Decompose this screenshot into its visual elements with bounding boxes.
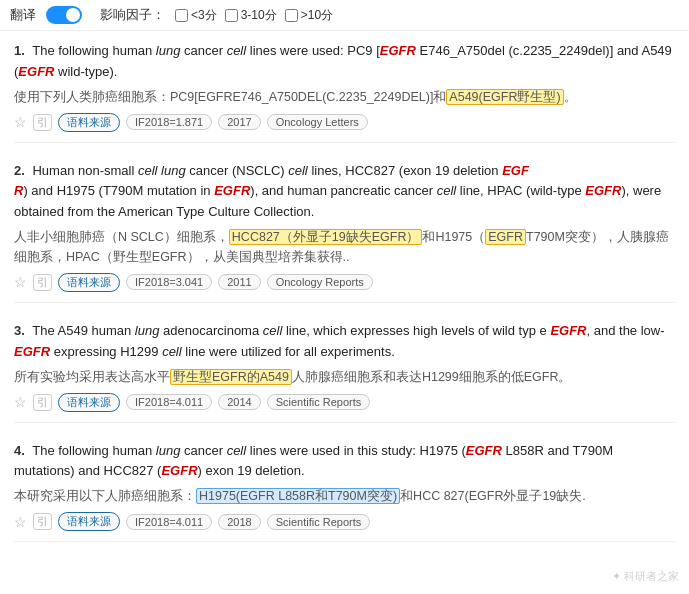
cell-2b: cell bbox=[288, 163, 308, 178]
result-4-meta: ☆ 引 语料来源 IF2018=4.011 2018 Scientific Re… bbox=[14, 512, 675, 531]
result-item-4: 4. The following human lung cancer cell … bbox=[14, 441, 675, 543]
cite-1[interactable]: 引 bbox=[33, 114, 52, 131]
filter-gt10-checkbox[interactable] bbox=[285, 9, 298, 22]
result-4-num: 4. bbox=[14, 443, 25, 458]
translate-label: 翻译 bbox=[10, 6, 36, 24]
egfr-3b: EGFR bbox=[14, 344, 50, 359]
impact-label: 影响因子： bbox=[100, 6, 165, 24]
filter-3to10-checkbox[interactable] bbox=[225, 9, 238, 22]
result-3-zh: 所有实验均采用表达高水平野生型EGFR的A549人肺腺癌细胞系和表达H1299细… bbox=[14, 367, 675, 387]
highlight-2a: HCC827（外显子19缺失EGFR） bbox=[229, 229, 423, 245]
result-1-num: 1. bbox=[14, 43, 25, 58]
egfr-1a: EGFR bbox=[380, 43, 416, 58]
journal-tag-3: Scientific Reports bbox=[267, 394, 371, 410]
toggle-knob bbox=[66, 8, 80, 22]
year-tag-3: 2014 bbox=[218, 394, 260, 410]
lung-1: lung bbox=[156, 43, 181, 58]
filter-lt3-label: <3分 bbox=[191, 7, 217, 24]
source-tag-3[interactable]: 语料来源 bbox=[58, 393, 120, 412]
result-2-en: 2. Human non-small cell lung cancer (NSC… bbox=[14, 161, 675, 223]
lung-3: lung bbox=[135, 323, 160, 338]
egfr-2b: EGFR bbox=[214, 183, 250, 198]
source-tag-2[interactable]: 语料来源 bbox=[58, 273, 120, 292]
result-4-zh: 本研究采用以下人肺癌细胞系：H1975(EGFR L858R和T790M突变)和… bbox=[14, 486, 675, 506]
highlight-3: 野生型EGFR的A549 bbox=[170, 369, 292, 385]
egfr-4b: EGFR bbox=[161, 463, 197, 478]
result-3-num: 3. bbox=[14, 323, 25, 338]
result-item-3: 3. The A549 human lung adenocarcinoma ce… bbox=[14, 321, 675, 423]
cite-4[interactable]: 引 bbox=[33, 513, 52, 530]
cell-3b: cell bbox=[162, 344, 182, 359]
result-1-meta: ☆ 引 语料来源 IF2018=1.871 2017 Oncology Lett… bbox=[14, 113, 675, 132]
egfr-2c: EGFR bbox=[585, 183, 621, 198]
egfr-1b: EGFR bbox=[18, 64, 54, 79]
lung-4: lung bbox=[156, 443, 181, 458]
cite-2[interactable]: 引 bbox=[33, 274, 52, 291]
if-tag-3: IF2018=4.011 bbox=[126, 394, 212, 410]
watermark: ✦ 科研者之家 bbox=[612, 569, 679, 584]
cite-3[interactable]: 引 bbox=[33, 394, 52, 411]
year-tag-1: 2017 bbox=[218, 114, 260, 130]
if-tag-4: IF2018=4.011 bbox=[126, 514, 212, 530]
highlight-2b: EGFR bbox=[485, 229, 526, 245]
journal-tag-1: Oncology Letters bbox=[267, 114, 368, 130]
result-1-zh: 使用下列人类肺癌细胞系：PC9[EGFRE746_A750DEL(C.2235_… bbox=[14, 87, 675, 107]
result-3-en: 3. The A549 human lung adenocarcinoma ce… bbox=[14, 321, 675, 363]
result-item-1: 1. The following human lung cancer cell … bbox=[14, 41, 675, 143]
journal-tag-4: Scientific Reports bbox=[267, 514, 371, 530]
top-bar: 翻译 影响因子： <3分 3-10分 >10分 bbox=[0, 0, 689, 31]
cell-2a: cell bbox=[138, 163, 158, 178]
star-2[interactable]: ☆ bbox=[14, 274, 27, 290]
egfr-4a: EGFR bbox=[466, 443, 502, 458]
lung-2: lung bbox=[161, 163, 186, 178]
result-2-zh: 人非小细胞肺癌（N SCLC）细胞系，HCC827（外显子19缺失EGFR）和H… bbox=[14, 227, 675, 267]
cell-1: cell bbox=[227, 43, 247, 58]
highlight-1: A549(EGFR野生型) bbox=[446, 89, 563, 105]
filter-3to10-label: 3-10分 bbox=[241, 7, 277, 24]
star-3[interactable]: ☆ bbox=[14, 394, 27, 410]
translate-toggle[interactable] bbox=[46, 6, 82, 24]
journal-tag-2: Oncology Reports bbox=[267, 274, 373, 290]
result-item-2: 2. Human non-small cell lung cancer (NSC… bbox=[14, 161, 675, 303]
cell-4: cell bbox=[227, 443, 247, 458]
if-tag-2: IF2018=3.041 bbox=[126, 274, 212, 290]
result-1-en: 1. The following human lung cancer cell … bbox=[14, 41, 675, 83]
filter-lt3[interactable]: <3分 bbox=[175, 7, 217, 24]
cell-3a: cell bbox=[263, 323, 283, 338]
year-tag-4: 2018 bbox=[218, 514, 260, 530]
filter-lt3-checkbox[interactable] bbox=[175, 9, 188, 22]
filter-gt10-label: >10分 bbox=[301, 7, 333, 24]
star-4[interactable]: ☆ bbox=[14, 514, 27, 530]
result-4-en: 4. The following human lung cancer cell … bbox=[14, 441, 675, 483]
star-1[interactable]: ☆ bbox=[14, 114, 27, 130]
highlight-4: H1975(EGFR L858R和T790M突变) bbox=[196, 488, 400, 504]
source-tag-4[interactable]: 语料来源 bbox=[58, 512, 120, 531]
result-3-meta: ☆ 引 语料来源 IF2018=4.011 2014 Scientific Re… bbox=[14, 393, 675, 412]
source-tag-1[interactable]: 语料来源 bbox=[58, 113, 120, 132]
if-tag-1: IF2018=1.871 bbox=[126, 114, 212, 130]
cell-2c: cell bbox=[437, 183, 457, 198]
year-tag-2: 2011 bbox=[218, 274, 260, 290]
result-2-meta: ☆ 引 语料来源 IF2018=3.041 2011 Oncology Repo… bbox=[14, 273, 675, 292]
filter-gt10[interactable]: >10分 bbox=[285, 7, 333, 24]
results-content: 1. The following human lung cancer cell … bbox=[0, 31, 689, 570]
filter-group: <3分 3-10分 >10分 bbox=[175, 7, 333, 24]
result-2-num: 2. bbox=[14, 163, 25, 178]
filter-3to10[interactable]: 3-10分 bbox=[225, 7, 277, 24]
egfr-3a: EGFR bbox=[550, 323, 586, 338]
